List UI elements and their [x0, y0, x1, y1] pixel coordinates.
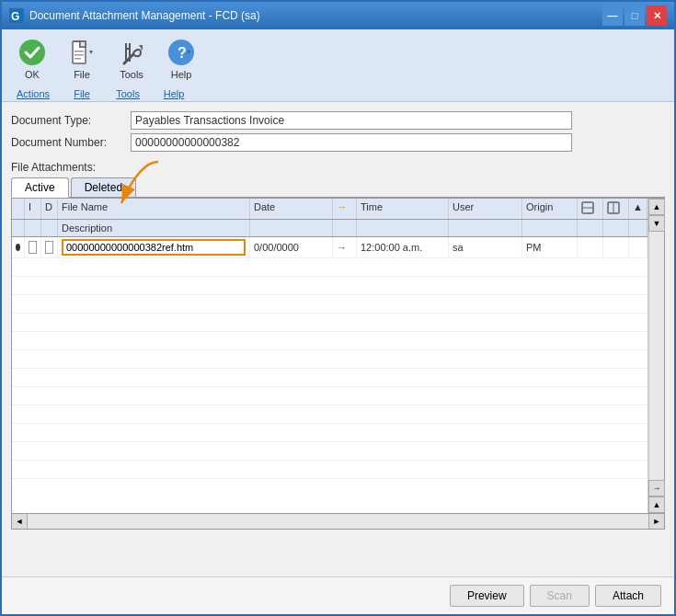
table-row: [12, 461, 647, 479]
grid-header-scroll-up[interactable]: ▲: [629, 199, 647, 219]
table-row: [12, 258, 647, 277]
grid-scrollbar-track: [648, 232, 664, 480]
attach-button[interactable]: Attach: [595, 585, 661, 607]
content-area: Document Type: Payables Transactions Inv…: [2, 102, 674, 614]
app-icon: G: [9, 8, 24, 23]
close-button[interactable]: ✕: [647, 6, 667, 26]
grid-nav-up-btn[interactable]: ▲: [648, 496, 665, 513]
table-row: [12, 387, 647, 405]
file-attachments-label: File Attachments:: [11, 161, 665, 174]
svg-text:G: G: [11, 10, 19, 23]
horizontal-scrollbar[interactable]: ◄ ►: [11, 514, 665, 530]
table-row: [12, 369, 647, 387]
grid-header-i: I: [25, 199, 41, 219]
grid-header-d: D: [41, 199, 58, 219]
active-row-dot: [16, 244, 20, 251]
row-c1-cell: [578, 237, 603, 257]
table-row: 0/00/0000 → 12:00:00 a.m. sa PM: [12, 237, 647, 258]
help-icon: ?: [166, 38, 196, 67]
tabs: Active Deleted: [11, 177, 665, 198]
doc-type-row: Document Type: Payables Transactions Inv…: [11, 111, 665, 130]
ribbon-items: OK: [9, 33, 667, 85]
svg-marker-9: [89, 51, 93, 54]
help-group-label[interactable]: Help: [153, 86, 195, 101]
row-time-cell: 12:00:00 a.m.: [357, 237, 449, 257]
actions-group-label[interactable]: Actions: [9, 86, 57, 101]
doc-number-value: 00000000000000382: [131, 133, 572, 152]
minimize-button[interactable]: —: [602, 6, 623, 26]
help-button[interactable]: ? Help: [158, 33, 204, 85]
row-user-cell: sa: [449, 237, 522, 257]
tools-label: Tools: [120, 69, 143, 80]
row-arrow-cell: →: [333, 237, 357, 257]
row-checkbox-i[interactable]: [29, 241, 37, 254]
row-filename-cell[interactable]: [58, 237, 250, 257]
grid-header: I D File Name Date → Time User Origin: [12, 199, 647, 220]
svg-rect-8: [74, 58, 81, 60]
grid-scroll-up-btn[interactable]: ▲: [648, 199, 665, 215]
doc-number-label: Document Number:: [11, 136, 131, 149]
grid-header-origin: Origin: [522, 199, 578, 219]
tools-button[interactable]: Tools: [109, 33, 155, 85]
file-icon: [67, 38, 97, 67]
hscroll-track: [28, 514, 648, 529]
table-row: [12, 277, 647, 295]
grid-right-buttons: ▲ ▼ → ▲: [647, 199, 664, 513]
title-bar: G Document Attachment Management - FCD (…: [2, 2, 674, 29]
svg-text:?: ?: [178, 45, 187, 61]
table-row: [12, 405, 647, 424]
row-checkbox-d[interactable]: [45, 241, 53, 254]
ribbon: OK: [2, 29, 674, 102]
table-row: [12, 314, 647, 332]
tools-icon: [117, 38, 146, 67]
doc-number-row: Document Number: 00000000000000382: [11, 133, 665, 152]
grid-inner: I D File Name Date → Time User Origin: [12, 199, 647, 513]
table-row: [12, 295, 647, 314]
row-indicator: [12, 237, 25, 257]
grid-header-c2: [603, 199, 629, 219]
tab-active[interactable]: Active: [11, 177, 69, 198]
doc-type-label: Document Type:: [11, 114, 131, 127]
ok-label: OK: [25, 69, 40, 80]
svg-point-2: [19, 40, 45, 65]
table-row: [12, 332, 647, 350]
grid-header-user: User: [449, 199, 522, 219]
grid-subheader: Description: [12, 220, 647, 237]
file-group-label[interactable]: File: [61, 86, 103, 101]
title-bar-title: Document Attachment Management - FCD (sa…: [29, 9, 260, 22]
table-row: [12, 350, 647, 369]
grid-nav-right-btn[interactable]: →: [648, 480, 665, 496]
ok-button[interactable]: OK: [9, 33, 55, 85]
grid-header-filename: File Name: [58, 199, 250, 219]
row-c3-cell: [629, 237, 647, 257]
table-row: [12, 442, 647, 461]
preview-button[interactable]: Preview: [450, 585, 524, 607]
grid-header-indicator: [12, 199, 25, 219]
grid-scroll-down-btn[interactable]: ▼: [648, 215, 665, 232]
tab-deleted[interactable]: Deleted: [71, 177, 136, 197]
row-i-cell: [25, 237, 41, 257]
table-row: [12, 424, 647, 442]
hscroll-left-btn[interactable]: ◄: [12, 514, 28, 529]
grid-header-arrow: →: [333, 199, 357, 219]
row-date-cell: 0/00/0000: [250, 237, 333, 257]
grid-subheader-description: Description: [58, 220, 250, 236]
grid-header-date: Date: [250, 199, 333, 219]
grid-header-c1: [578, 199, 603, 219]
grid-container-outer: I D File Name Date → Time User Origin: [11, 198, 665, 530]
bottom-toolbar: Preview Scan Attach: [2, 576, 674, 614]
maximize-button[interactable]: □: [624, 6, 645, 26]
filename-input[interactable]: [62, 239, 246, 256]
grid-body: 0/00/0000 → 12:00:00 a.m. sa PM: [12, 237, 647, 513]
grid-header-time: Time: [357, 199, 449, 219]
tools-group-label[interactable]: Tools: [107, 86, 149, 101]
file-button[interactable]: File: [59, 33, 105, 85]
hscroll-right-btn[interactable]: ►: [648, 514, 664, 529]
row-origin-cell: PM: [522, 237, 578, 257]
ribbon-labels: Actions File Tools Help: [9, 86, 667, 101]
file-label: File: [74, 69, 90, 80]
ok-icon: [17, 38, 47, 67]
grid-wrapper: I D File Name Date → Time User Origin: [11, 198, 665, 514]
scan-button[interactable]: Scan: [530, 585, 590, 607]
help-label: Help: [171, 69, 192, 80]
